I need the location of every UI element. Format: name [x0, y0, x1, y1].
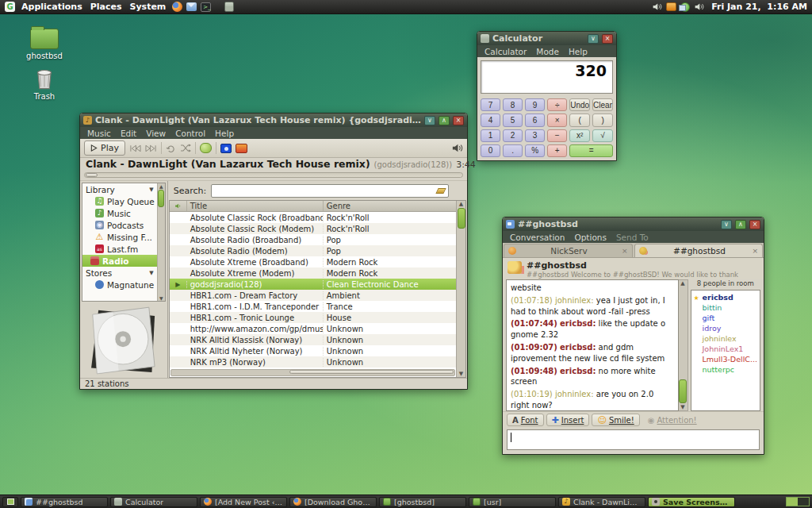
taskbar-window-button[interactable]: [usr] [469, 497, 556, 507]
search-input[interactable] [211, 184, 449, 198]
music-menu-item[interactable]: Edit [117, 129, 140, 138]
sidebar-item[interactable]: ⚠ Missing F... [82, 231, 157, 243]
chat-roster-person[interactable]: gift [692, 313, 759, 323]
shuffle-icon[interactable] [180, 144, 191, 152]
chat-menu-item[interactable]: Conversation [506, 233, 569, 242]
show-desktop-button[interactable] [2, 497, 18, 507]
volume-icon[interactable] [652, 2, 662, 12]
taskbar-window-button[interactable]: [Add New Post ‹ Gho... [200, 497, 287, 507]
mail-launcher-icon[interactable] [186, 2, 197, 11]
smile-button[interactable]: ☺Smile! [592, 414, 639, 426]
calculator-key[interactable]: x² [569, 129, 590, 142]
calculator-key[interactable]: 7 [481, 98, 500, 111]
player-volume-icon[interactable] [451, 142, 463, 154]
taskbar-window-button[interactable]: [ghostbsd] [379, 497, 466, 507]
chat-roster-person[interactable]: bittin [692, 302, 759, 313]
music-menu-item[interactable]: Help [211, 129, 238, 138]
sidebar-item[interactable]: Magnatune [82, 279, 157, 291]
collapse-triangle-icon[interactable]: ▼ [149, 270, 153, 276]
mixer-volume-icon[interactable] [694, 2, 704, 12]
chat-menu-item[interactable]: Send To [612, 233, 653, 242]
scroll-down-icon[interactable]: ▼ [680, 404, 684, 410]
calculator-key[interactable]: 0 [481, 144, 500, 157]
station-row[interactable]: godsdjsradio(128) Clean Electronic Dance [170, 279, 456, 290]
calculator-key[interactable]: 6 [525, 114, 545, 126]
chat-roster-person[interactable]: johninlex [692, 333, 759, 344]
sidebar-item[interactable]: ♪ Music [82, 207, 157, 219]
calculator-menu-item[interactable]: Calculator [481, 47, 530, 56]
scroll-up-icon[interactable]: ▲ [459, 201, 463, 207]
people-list[interactable]: ericbsd bittin gift [691, 290, 760, 411]
chat-message-log[interactable]: website (01:07:18) johninlex: yea I just… [506, 279, 679, 411]
taskbar-window-button[interactable]: Calculator [110, 497, 197, 507]
scroll-down-icon[interactable]: ▼ [159, 295, 163, 301]
title-column-header[interactable]: Title [187, 201, 324, 211]
workspace-active[interactable] [787, 498, 798, 506]
calculator-key[interactable]: % [525, 144, 545, 157]
package-manager-icon[interactable] [666, 2, 676, 11]
chat-roster-person[interactable]: nutterpc [692, 364, 759, 375]
desktop-icon-ghostbsd[interactable]: ghostbsd [19, 29, 70, 60]
calculator-key[interactable]: 3 [525, 129, 545, 142]
calculator-titlebar[interactable]: Calculator ∨ × [477, 32, 616, 45]
scroll-down-icon[interactable]: ▼ [459, 371, 463, 377]
station-row[interactable]: http://www.amazon.com/gp/dmusic/media/l.… [170, 323, 456, 334]
station-row[interactable]: HBR1.com - I.D.M. Tranceponder Trance [170, 301, 456, 312]
station-row[interactable]: Absolute Xtreme (Broadband) Modern Rock [170, 256, 456, 267]
calculator-key[interactable]: + [547, 144, 567, 157]
close-button[interactable]: × [749, 220, 760, 229]
station-row[interactable]: Absolute Xtreme (Modem) Modern Rock [170, 267, 456, 279]
play-button[interactable]: Play [84, 140, 125, 156]
calculator-key[interactable]: 1 [481, 129, 500, 142]
scrollbar-thumb[interactable] [679, 379, 687, 403]
visualization-icon[interactable] [220, 144, 232, 153]
conversation-tab[interactable]: ##ghostbsd × [634, 244, 764, 257]
minimize-button[interactable]: ∨ [721, 220, 732, 229]
calculator-key[interactable]: 2 [503, 129, 523, 142]
update-notifier-icon[interactable] [680, 2, 690, 12]
station-row[interactable]: Absolute Classic Rock (Broadband) Rock'n… [170, 212, 456, 223]
calculator-key[interactable]: = [569, 144, 613, 157]
music-titlebar[interactable]: ♪ Clank - DawnLight (Van Lazarux Tech Ho… [80, 114, 467, 127]
tab-close-icon[interactable]: × [752, 247, 758, 255]
music-menu-item[interactable]: Control [171, 129, 209, 138]
close-button[interactable]: × [602, 34, 613, 44]
minimize-button[interactable]: ∨ [588, 34, 599, 44]
chat-roster-person[interactable]: Lmull3-DellC... [692, 354, 759, 364]
chat-roster-person[interactable]: ericbsd [692, 292, 759, 302]
calculator-menu-item[interactable]: Mode [532, 47, 563, 56]
station-row[interactable]: Absolute Classic Rock (Modem) Rock'n'Rol… [170, 223, 456, 234]
horizontal-scrollbar[interactable] [170, 369, 455, 376]
sidebar-item[interactable]: as Last.fm [82, 243, 157, 255]
station-row[interactable]: Absolute Radio (Modem) Pop [170, 245, 456, 256]
calculator-key[interactable]: ( [569, 114, 590, 126]
insert-button[interactable]: ✚Insert [546, 414, 590, 426]
chat-scrollbar[interactable]: ▲▼ [679, 279, 688, 411]
sidebar-item[interactable]: Radio [82, 255, 157, 267]
maximize-button[interactable]: ∧ [735, 220, 746, 229]
repeat-icon[interactable] [166, 144, 176, 153]
desktop-icon-trash[interactable]: Trash [19, 67, 70, 101]
calculator-key[interactable]: 9 [525, 98, 545, 111]
taskbar-window-button[interactable]: ♪ Clank - DawnLight (V... [558, 497, 645, 507]
burn-icon[interactable] [236, 144, 247, 153]
calculator-launcher-icon[interactable] [224, 2, 234, 12]
speaker-column-icon[interactable] [170, 201, 187, 211]
panel-menu-item[interactable]: Places [86, 0, 126, 14]
music-menu-item[interactable]: Music [83, 129, 115, 138]
chat-roster-person[interactable]: JohninLex1 [692, 344, 759, 354]
font-button[interactable]: AFont [507, 414, 544, 426]
tab-close-icon[interactable]: × [622, 247, 628, 255]
workspace-inactive[interactable] [798, 498, 809, 506]
calculator-key[interactable]: − [547, 129, 567, 142]
taskbar-window-button[interactable]: [Download GhostBS... [289, 497, 377, 507]
scrollbar-thumb[interactable] [458, 208, 465, 229]
workspace-switcher[interactable] [786, 497, 810, 506]
collapse-triangle-icon[interactable]: ▼ [149, 187, 153, 193]
calculator-key[interactable]: Undo [569, 98, 590, 111]
library-section-header[interactable]: Library▼ [82, 183, 157, 195]
station-row[interactable]: Absolute Radio (Broadband) Pop [170, 234, 456, 245]
ghostbsd-menu-logo-icon[interactable]: G [5, 2, 15, 12]
previous-track-icon[interactable] [129, 144, 141, 152]
next-track-icon[interactable] [145, 144, 157, 152]
